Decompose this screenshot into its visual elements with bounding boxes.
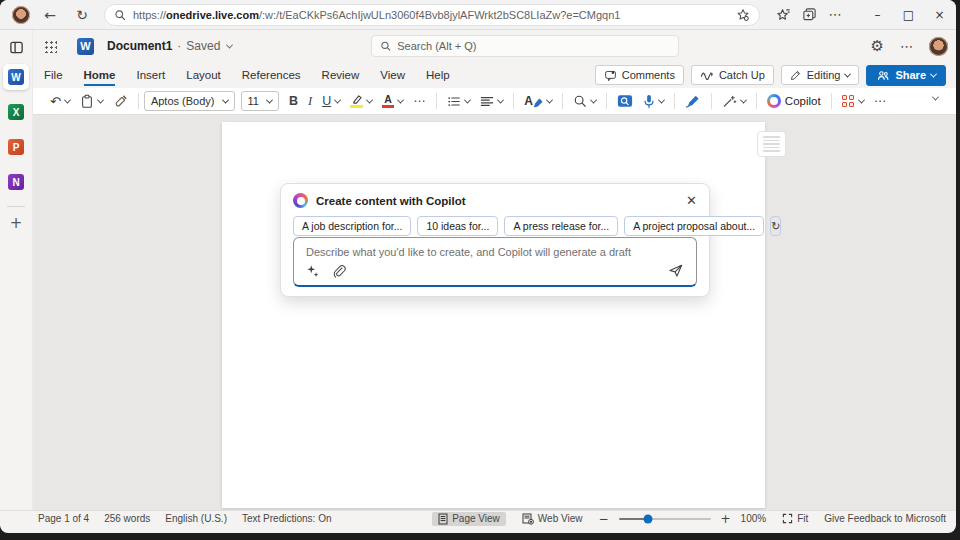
highlight-button[interactable] <box>350 94 372 108</box>
rail-item-word[interactable]: W <box>3 64 29 90</box>
editor-icon <box>685 94 701 108</box>
pencil-icon <box>790 69 802 81</box>
account-avatar[interactable] <box>929 37 948 56</box>
catch-up-button[interactable]: Catch Up <box>691 65 774 85</box>
settings-gear-icon[interactable]: ⚙ <box>871 37 884 55</box>
font-name-select[interactable]: Aptos (Body) <box>144 91 235 111</box>
rail-item-powerpoint[interactable]: P <box>3 134 29 160</box>
styles-button[interactable]: A <box>524 94 552 108</box>
prompt-chip-press-release[interactable]: A press release for... <box>504 216 618 236</box>
dictate-button[interactable] <box>643 94 664 109</box>
align-button[interactable] <box>480 95 503 108</box>
search-input[interactable] <box>397 40 670 52</box>
margin-widget[interactable] <box>757 131 786 157</box>
app-launcher-icon[interactable] <box>44 40 57 53</box>
font-color-icon: A <box>382 94 394 109</box>
refresh-suggestions-button[interactable]: ↻ <box>770 216 781 236</box>
search-box[interactable] <box>371 35 679 57</box>
editor-button[interactable] <box>685 94 701 108</box>
paste-icon <box>80 94 94 109</box>
web-view-button[interactable]: Web View <box>516 512 589 526</box>
copilot-button[interactable]: Copilot <box>767 94 821 108</box>
more-font-options[interactable]: ⋯ <box>413 94 426 108</box>
menu-insert[interactable]: Insert <box>136 65 165 86</box>
bullets-button[interactable] <box>447 95 470 108</box>
fit-button[interactable]: Fit <box>776 512 814 525</box>
editing-mode-button[interactable]: Editing <box>781 65 860 85</box>
rail-item-excel[interactable]: X <box>3 99 29 125</box>
document-page[interactable] <box>222 122 765 508</box>
copilot-prompt-input[interactable] <box>294 238 696 264</box>
comments-button[interactable]: Comments <box>595 65 684 85</box>
ribbon-more-button[interactable]: ⋯ <box>874 94 887 108</box>
copilot-prompt-box[interactable] <box>293 237 697 287</box>
browser-more-menu[interactable]: ⋯ <box>822 7 848 22</box>
collections-icon[interactable] <box>796 7 822 22</box>
sparkle-icon[interactable] <box>306 264 320 278</box>
picture-search-button[interactable] <box>617 94 633 108</box>
word-logo-icon[interactable]: W <box>77 38 94 55</box>
menu-layout[interactable]: Layout <box>186 65 221 86</box>
menu-references[interactable]: References <box>242 65 301 86</box>
language-indicator[interactable]: English (U.S.) <box>165 513 227 524</box>
highlight-icon <box>350 94 363 108</box>
address-bar[interactable]: https://onedrive.live.com/:w:/t/EaCKkPs6… <box>104 4 760 26</box>
undo-icon: ↶ <box>50 94 61 109</box>
attach-icon[interactable] <box>332 264 346 278</box>
italic-button[interactable]: I <box>308 94 312 109</box>
page-view-button[interactable]: Page View <box>432 512 506 526</box>
copilot-dialog-title: Create content with Copilot <box>316 195 466 207</box>
menu-file[interactable]: File <box>44 65 63 86</box>
bold-button[interactable]: B <box>289 94 298 108</box>
auto-rewrite-button[interactable] <box>722 94 746 108</box>
copilot-icon <box>767 94 781 108</box>
word-count[interactable]: 256 words <box>104 513 150 524</box>
zoom-level[interactable]: 100% <box>741 513 767 524</box>
zoom-out-button[interactable]: − <box>598 512 608 526</box>
zoom-slider[interactable] <box>619 518 711 520</box>
sidebar-toggle-icon[interactable] <box>9 40 24 55</box>
menu-review[interactable]: Review <box>322 65 360 86</box>
share-button[interactable]: Share <box>866 65 946 86</box>
prompt-chip-ideas[interactable]: 10 ideas for... <box>417 216 498 236</box>
prompt-chip-job-description[interactable]: A job description for... <box>293 216 411 236</box>
menu-home[interactable]: Home <box>84 65 116 86</box>
browser-profile-avatar[interactable] <box>12 6 30 24</box>
zoom-slider-thumb[interactable] <box>643 514 652 523</box>
feedback-link[interactable]: Give Feedback to Microsoft <box>824 513 946 524</box>
prompt-chip-project-proposal[interactable]: A project proposal about... <box>624 216 764 236</box>
send-icon[interactable] <box>668 263 684 278</box>
web-view-icon <box>522 513 534 525</box>
add-app-button[interactable]: + <box>10 214 23 232</box>
add-ins-button[interactable] <box>842 95 864 108</box>
close-button[interactable]: × <box>924 8 955 22</box>
favorites-icon[interactable] <box>770 7 796 22</box>
find-button[interactable] <box>573 94 596 108</box>
rail-item-onenote[interactable]: N <box>3 169 29 195</box>
document-canvas[interactable]: Create content with Copilot ✕ A job desc… <box>33 115 956 518</box>
menu-view[interactable]: View <box>380 65 405 86</box>
status-bar: Page 1 of 4 256 words English (U.S.) Tex… <box>0 510 956 526</box>
refresh-button[interactable]: ↻ <box>70 7 94 23</box>
people-icon <box>876 69 890 82</box>
underline-button[interactable]: U <box>322 94 340 108</box>
format-painter-button[interactable] <box>113 94 128 109</box>
menu-help[interactable]: Help <box>426 65 450 86</box>
paste-button[interactable] <box>80 94 103 109</box>
document-title[interactable]: Document1 <box>107 39 172 53</box>
chevron-down-icon[interactable] <box>226 41 233 48</box>
back-button[interactable]: ← <box>38 7 62 23</box>
minimize-button[interactable]: – <box>862 8 893 22</box>
font-color-button[interactable]: A <box>382 94 403 109</box>
text-predictions[interactable]: Text Predictions: On <box>242 513 331 524</box>
bookmark-star-icon[interactable] <box>736 8 750 22</box>
header-more-menu[interactable]: ⋯ <box>900 39 913 54</box>
font-size-select[interactable]: 11 <box>241 91 279 111</box>
close-icon[interactable]: ✕ <box>686 194 697 207</box>
app-rail: W X P N + <box>0 30 33 518</box>
maximize-button[interactable]: □ <box>893 8 924 22</box>
undo-button[interactable]: ↶ <box>50 94 70 109</box>
browser-toolbar: ← ↻ https://onedrive.live.com/:w:/t/EaCK… <box>0 0 956 30</box>
page-count[interactable]: Page 1 of 4 <box>38 513 89 524</box>
zoom-in-button[interactable]: + <box>721 512 731 526</box>
